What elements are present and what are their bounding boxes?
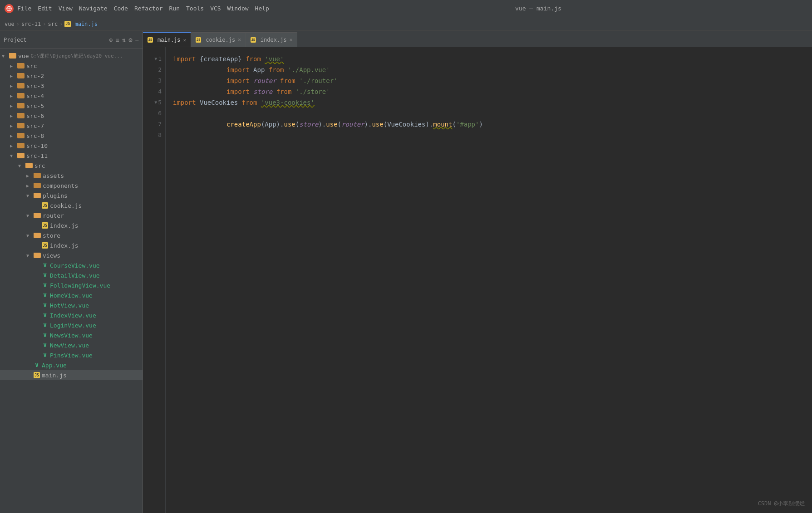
tree-mainjs[interactable]: JS main.js	[0, 370, 143, 380]
menu-navigate[interactable]: Navigate	[79, 5, 108, 12]
tree-plugins[interactable]: ▼ plugins	[0, 191, 143, 200]
gear-icon[interactable]: ⚙	[128, 36, 132, 44]
tab-js-icon: JS	[251, 37, 256, 43]
arrow-icon: ▼	[26, 193, 34, 198]
breadcrumb-vue[interactable]: vue	[5, 21, 15, 27]
tree-cookie-js[interactable]: JS cookie.js	[0, 200, 143, 210]
tree-src-3[interactable]: ▶ src-3	[0, 81, 143, 91]
tree-label: NewView.vue	[50, 342, 89, 349]
watermark: CSDN @小李别摆烂	[758, 500, 805, 508]
tree-components[interactable]: ▶ components	[0, 181, 143, 191]
folder-icon	[17, 83, 25, 88]
code-line-8	[173, 130, 812, 141]
tab-mainjs[interactable]: JS main.js ✕	[143, 32, 191, 47]
menu-window[interactable]: Window	[227, 5, 249, 12]
tree-label: main.js	[42, 372, 67, 379]
collapse-icon[interactable]: ≡	[115, 36, 119, 44]
tree-label: src-5	[26, 103, 44, 109]
tree-label: src-2	[26, 73, 44, 79]
menu-run[interactable]: Run	[169, 5, 180, 12]
tab-close-indexjs[interactable]: ✕	[290, 37, 293, 43]
tree-label: vue	[18, 53, 29, 59]
menu-edit[interactable]: Edit	[38, 5, 52, 12]
tree-views[interactable]: ▼ views	[0, 250, 143, 260]
menu-code[interactable]: Code	[114, 5, 128, 12]
breadcrumb-src11[interactable]: src-11	[21, 21, 41, 27]
tree-root-vue[interactable]: ▼ vue G:\课程\Django\笔记\day20 vue...	[0, 51, 143, 61]
tree-src-6[interactable]: ▶ src-6	[0, 111, 143, 121]
code-editor[interactable]: ▼ 1 2 3 4 ▼ 5 6 7 8 import {createApp} f…	[143, 47, 812, 513]
tab-close-mainjs[interactable]: ✕	[183, 37, 187, 43]
tab-js-icon: JS	[148, 37, 153, 43]
tree-store-index-js[interactable]: JS index.js	[0, 240, 143, 250]
tree-courseview[interactable]: V CourseView.vue	[0, 260, 143, 270]
tree-newview[interactable]: V NewView.vue	[0, 340, 143, 350]
tree-label: assets	[43, 172, 64, 179]
tree-router-index-js[interactable]: JS index.js	[0, 220, 143, 230]
tree-loginview[interactable]: V LoginView.vue	[0, 320, 143, 330]
tab-close-cookiejs[interactable]: ✕	[238, 37, 241, 43]
tree-store[interactable]: ▼ store	[0, 230, 143, 240]
arrow-icon: ▼	[26, 233, 34, 238]
app-logo	[5, 4, 14, 13]
breadcrumb-src[interactable]: src	[48, 21, 58, 27]
tree-indexview[interactable]: V IndexView.vue	[0, 310, 143, 320]
folder-icon	[17, 63, 25, 68]
code-line-3: import router from './router'	[173, 75, 812, 86]
tree-src-4[interactable]: ▶ src-4	[0, 91, 143, 101]
folder-icon	[34, 253, 41, 258]
folder-icon	[17, 103, 25, 108]
tree-label: src-11	[26, 152, 48, 159]
tree-pinsview[interactable]: V PinsView.vue	[0, 350, 143, 360]
tree-label: CourseView.vue	[50, 262, 100, 269]
tree-src-8[interactable]: ▶ src-8	[0, 131, 143, 141]
tab-label: index.js	[261, 37, 287, 43]
folder-icon	[17, 143, 25, 148]
tree-router[interactable]: ▼ router	[0, 210, 143, 220]
folder-icon	[34, 183, 41, 188]
line-num-1: ▼ 1	[143, 54, 162, 64]
tree-followingview[interactable]: V FollowingView.vue	[0, 280, 143, 290]
tree-assets[interactable]: ▶ assets	[0, 171, 143, 181]
minimize-icon[interactable]: −	[135, 36, 139, 44]
menu-file[interactable]: File	[17, 5, 31, 12]
tree-src-10[interactable]: ▶ src-10	[0, 141, 143, 151]
menu-view[interactable]: View	[59, 5, 73, 12]
tree-hotview[interactable]: V HotView.vue	[0, 300, 143, 310]
folder-icon	[17, 73, 25, 78]
tab-indexjs[interactable]: JS index.js ✕	[246, 32, 297, 47]
folder-icon	[17, 123, 25, 128]
tree-label: store	[43, 232, 60, 239]
tree-detailview[interactable]: V DetailView.vue	[0, 270, 143, 280]
vue-file-icon: V	[42, 272, 48, 278]
menu-help[interactable]: Help	[255, 5, 269, 12]
vue-file-icon: V	[42, 342, 48, 348]
line-num-7: 7	[143, 119, 162, 130]
tree-src-2[interactable]: ▶ src-2	[0, 71, 143, 81]
tree-src-inner[interactable]: ▼ src	[0, 161, 143, 171]
line-num-2: 2	[143, 64, 162, 75]
arrow-icon: ▶	[10, 123, 17, 128]
sync-icon[interactable]: ⊕	[109, 36, 113, 44]
main-layout: Project ⊕ ≡ ⇅ ⚙ − ▼ vue G:\课程\Django\笔记\…	[0, 31, 812, 513]
tree-label: src-8	[26, 132, 44, 139]
arrow-icon: ▼	[26, 213, 34, 218]
tab-label: main.js	[157, 37, 181, 43]
tree-src-7[interactable]: ▶ src-7	[0, 121, 143, 131]
menu-tools[interactable]: Tools	[186, 5, 204, 12]
tab-cookiejs[interactable]: JS cookie.js ✕	[191, 32, 246, 47]
arrow-icon: ▶	[10, 103, 17, 108]
menu-refactor[interactable]: Refactor	[134, 5, 163, 12]
tree-newsview[interactable]: V NewsView.vue	[0, 330, 143, 340]
tree-homeview[interactable]: V HomeView.vue	[0, 290, 143, 300]
tree-label: IndexView.vue	[50, 312, 96, 319]
menu-vcs[interactable]: VCS	[210, 5, 221, 12]
tree-src-5[interactable]: ▶ src-5	[0, 101, 143, 111]
tree-label: plugins	[43, 192, 68, 199]
code-line-5: import VueCookies from 'vue3-cookies'	[173, 97, 812, 108]
sort-icon[interactable]: ⇅	[122, 36, 126, 44]
tree-src-11[interactable]: ▼ src-11	[0, 151, 143, 161]
tree-src[interactable]: ▶ src	[0, 61, 143, 71]
breadcrumb-mainjs[interactable]: main.js	[74, 21, 98, 27]
tree-appvue[interactable]: V App.vue	[0, 360, 143, 370]
